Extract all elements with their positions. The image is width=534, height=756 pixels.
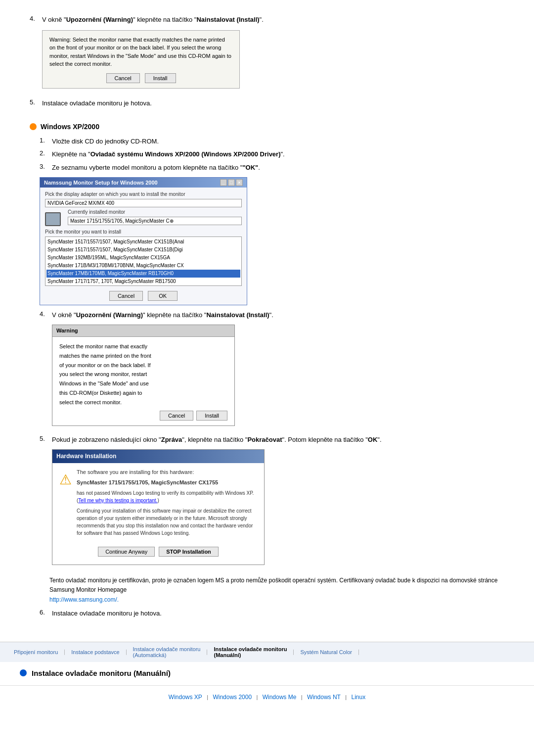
xp-step1-row: 1. Vložte disk CD do jednotky CD-ROM. (40, 137, 504, 147)
hardware-line1: The software you are installing for this… (77, 468, 257, 476)
step4-number: 4. (30, 15, 42, 94)
install-button-1[interactable]: Install (145, 73, 176, 83)
bottom-nav-bar: Připojení monitoru ｜ Instalace podstavce… (0, 642, 534, 662)
xp-step4-text: V okně "Upozornění (Warning)" klepněte n… (52, 310, 273, 430)
warning-dialog-1-buttons: Cancel Install (49, 73, 232, 83)
step5-row: 5. Instalace ovladače monitoru je hotova… (30, 98, 504, 111)
continue-anyway-btn[interactable]: Continue Anyway (98, 547, 155, 557)
monitor-list-item[interactable]: SyncMaster 1517/1557/1507, MagicSyncMast… (46, 238, 240, 246)
monitor-icon-row: Currently installed monitor Master 1715/… (45, 209, 242, 227)
hardware-line3: Continuing your installation of this sof… (77, 507, 257, 537)
xp-step5-num: 5. (40, 435, 52, 569)
hardware-text-block: The software you are installing for this… (77, 468, 257, 539)
samsung-cancel-btn[interactable]: Cancel (109, 291, 143, 301)
step5-text: Instalace ovladače monitoru je hotova. (42, 98, 152, 109)
current-monitor-value: Master 1715/1755/1705, MagicSyncMaster C… (68, 217, 242, 225)
page-subtitle-row: Instalace ovladače monitoru (Manuální) (20, 669, 514, 677)
step5-number: 5. (30, 98, 42, 111)
warning-dialog-2-body: Select the monitor name that exactly mat… (52, 337, 234, 425)
xp-step4-num: 4. (40, 310, 52, 430)
info-text-block: Tento ovladač monitoru je certifikován, … (49, 576, 504, 605)
xp-step6-text: Instalace ovladače monitoru je hotova. (52, 609, 162, 619)
nav-item-auto[interactable]: Instalace ovladače monitoru(Automatická) (129, 646, 205, 658)
os-link-winxp[interactable]: Windows XP (169, 694, 202, 701)
xp-step2-bold: Ovladač systému Windows XP/2000 (Windows… (90, 150, 281, 158)
monitor-list-item[interactable]: SyncMaster 1717/1757, 170T, MagicSyncMas… (46, 278, 240, 285)
step4-bold2: Nainstalovat (Install) (196, 16, 259, 23)
nav-item-connection[interactable]: Připojení monitoru (10, 649, 62, 655)
samsung-dialog-body: Pick the display adapter on which you wa… (40, 188, 247, 305)
monitor-list-item[interactable]: SyncMaster 1717/1757, 1707, MagicSyncMas… (46, 285, 240, 286)
monitor-icon (45, 212, 61, 226)
monitor-list-item[interactable]: SyncMaster 192MB/195ML, MagicSyncMaster … (46, 254, 240, 262)
current-monitor-area: Currently installed monitor Master 1715/… (68, 209, 242, 227)
warning-dialog-1: Warning: Select the monitor name that ex… (42, 30, 240, 89)
samsung-homepage-link[interactable]: http://www.samsung.com/. (49, 596, 119, 603)
xp-step5-bold2: Pokračovat (247, 436, 282, 443)
monitor-list-item[interactable]: SyncMaster 1517/1557/1507, MagicSyncMast… (46, 246, 240, 254)
samsung-ok-btn[interactable]: OK (148, 291, 178, 301)
testing-link[interactable]: Tell me why this testing is important. (78, 498, 157, 503)
xp-step6-num: 6. (40, 609, 52, 619)
hardware-line2: has not passed Windows Logo testing to v… (77, 489, 257, 504)
maximize-btn[interactable]: □ (228, 179, 235, 186)
info-text-1: Tento ovladač monitoru je certifikován, … (49, 577, 497, 593)
xp-step1-num: 1. (40, 137, 52, 147)
subtitle-dot (20, 669, 27, 676)
warning-triangle-icon: ⚠ (59, 469, 72, 491)
step4-row: 4. V okně "Upozornění (Warning)" klepnět… (30, 15, 504, 94)
step5-content: Instalace ovladače monitoru je hotova. (42, 98, 152, 111)
xp-step5-bold1: Zpráva (161, 436, 182, 443)
monitor-list[interactable]: SyncMaster 1517/1557/1507, MagicSyncMast… (45, 236, 242, 286)
hardware-dialog-title: Hardware Installation (52, 450, 264, 463)
section-title: Windows XP/2000 (41, 123, 99, 131)
os-link-linux[interactable]: Linux (351, 694, 365, 701)
nav-item-podstavce[interactable]: Instalace podstavce (67, 649, 123, 655)
samsung-dialog-container: Namssung Monitor Setup for Windows 2000 … (40, 177, 504, 305)
page-title: Instalace ovladače monitoru (Manuální) (32, 669, 171, 677)
xp-step5-text: Pokud je zobrazeno následující okno "Zpr… (52, 435, 382, 569)
windows-xp-section: Windows XP/2000 (30, 123, 504, 131)
section-dot (30, 123, 37, 130)
cancel-button-1[interactable]: Cancel (106, 73, 140, 83)
dialog-window-buttons: _ □ × (220, 179, 243, 186)
xp-step3-row: 3. Ze seznamu vyberte model monitoru a p… (40, 163, 504, 173)
samsung-dialog-title: Namssung Monitor Setup for Windows 2000 … (40, 178, 247, 188)
os-link-winnt[interactable]: Windows NT (307, 694, 341, 701)
xp-step2-num: 2. (40, 149, 52, 160)
warning-dialog-2-buttons: Cancel Install (59, 411, 227, 421)
xp-step3-text: Ze seznamu vyberte model monitoru a poto… (52, 163, 260, 173)
step4-bold1: Upozornění (Warning) (66, 16, 133, 23)
samsung-setup-dialog: Namssung Monitor Setup for Windows 2000 … (40, 177, 247, 305)
monitor-list-item-selected[interactable]: SyncMaster 17MB/170MB, MagicSyncMaster R… (46, 270, 240, 278)
xp-step4-bold1: Upozornění (Warning) (76, 311, 143, 319)
monitor-list-item[interactable]: SyncMaster 171B/M3/170BMl/170BNM, MagicS… (46, 262, 240, 270)
os-links-bar: Windows XP | Windows 2000 | Windows Me |… (0, 685, 534, 706)
xp-step5-bold3: OK (368, 436, 378, 443)
hardware-dialog: Hardware Installation ⚠ The software you… (52, 449, 265, 565)
os-link-winme[interactable]: Windows Me (263, 694, 297, 701)
install-monitor-label: Pick the monitor you want to install (45, 229, 242, 235)
minimize-btn[interactable]: _ (220, 179, 227, 186)
samsung-dialog-buttons: Cancel OK (45, 291, 242, 301)
cancel-button-2[interactable]: Cancel (160, 411, 193, 421)
os-link-win2000[interactable]: Windows 2000 (213, 694, 252, 701)
warning-dialog-1-body: Warning: Select the monitor name that ex… (49, 36, 232, 68)
hardware-dialog-body: ⚠ The software you are installing for th… (52, 463, 264, 565)
hardware-dialog-buttons: Continue Anyway STOP Installation (59, 544, 257, 560)
adapter-label: Pick the display adapter on which you wa… (45, 191, 242, 197)
hardware-product: SyncMaster 1715/1755/1705, MagicSyncMast… (77, 478, 257, 487)
install-button-2[interactable]: Install (196, 411, 227, 421)
current-monitor-label: Currently installed monitor (68, 209, 242, 215)
xp-step4-bold2: Nainstalovat (Install) (206, 311, 269, 319)
xp-step3-bold: "OK" (242, 164, 258, 171)
close-btn[interactable]: × (236, 179, 243, 186)
xp-step3-num: 3. (40, 163, 52, 173)
hardware-content-row: ⚠ The software you are installing for th… (59, 468, 257, 539)
xp-step5-row: 5. Pokud je zobrazeno následující okno "… (40, 435, 504, 569)
nav-item-manual-active: Instalace ovladače monitoru(Manuální) (210, 646, 291, 658)
stop-installation-btn[interactable]: STOP Installation (159, 547, 219, 557)
adapter-select[interactable]: NVIDIA GeForce2 MX/MX 400 (45, 199, 242, 207)
xp-step4-row: 4. V okně "Upozornění (Warning)" klepnět… (40, 310, 504, 430)
nav-item-natural-color[interactable]: Systém Natural Color (296, 649, 356, 655)
